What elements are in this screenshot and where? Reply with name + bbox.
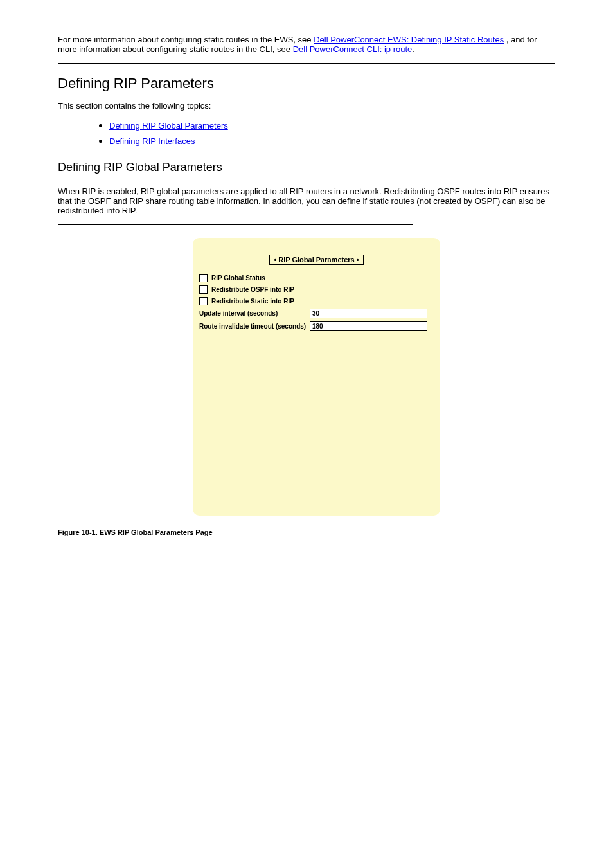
section-heading: Defining RIP Parameters [58, 75, 555, 92]
para1-end: . [412, 44, 414, 54]
row-update-interval: Update interval (seconds) 30 [199, 309, 434, 318]
figure-caption: Figure 10-1. EWS RIP Global Parameters P… [58, 529, 555, 536]
row-redistribute-ospf: Redistribute OSPF into RIP [199, 285, 434, 294]
subsection-divider [58, 177, 353, 177]
row-redistribute-static: Redistribute Static into RIP [199, 297, 434, 305]
row-rip-global-status: RIP Global Status [199, 274, 434, 282]
panel-title-box: • RIP Global Parameters • [199, 253, 434, 265]
rip-global-parameters-panel: • RIP Global Parameters • RIP Global Sta… [193, 238, 440, 516]
link-rip-global[interactable]: Defining RIP Global Parameters [109, 121, 228, 131]
subsection-heading: Defining RIP Global Parameters [58, 161, 555, 174]
topic-list: Defining RIP Global Parameters Defining … [58, 120, 555, 147]
link-cli-ip-route[interactable]: Dell PowerConnect CLI: ip route [293, 44, 413, 54]
section-intro: This section contains the following topi… [58, 101, 555, 111]
checkbox-redistribute-static[interactable] [199, 297, 208, 305]
para1-before: For more information about configuring s… [58, 35, 314, 44]
list-item: Defining RIP Interfaces [109, 135, 555, 147]
panel-title-text: • RIP Global Parameters • [269, 255, 363, 265]
label-update-interval: Update interval (seconds) [199, 310, 310, 317]
label-route-invalidate: Route invalidate timeout (seconds) [199, 323, 310, 330]
label-redistribute-static: Redistribute Static into RIP [211, 298, 322, 305]
figure-divider-top [58, 224, 413, 225]
row-route-invalidate: Route invalidate timeout (seconds) 180 [199, 321, 434, 331]
checkbox-redistribute-ospf[interactable] [199, 285, 208, 294]
link-rip-interfaces[interactable]: Defining RIP Interfaces [109, 136, 195, 146]
section-divider [58, 63, 555, 64]
list-item: Defining RIP Global Parameters [109, 120, 555, 131]
subsection-para: When RIP is enabled, RIP global paramete… [58, 186, 555, 215]
link-ews-static-routes[interactable]: Dell PowerConnect EWS: Defining IP Stati… [314, 35, 504, 44]
label-rip-status: RIP Global Status [211, 275, 322, 282]
label-redistribute-ospf: Redistribute OSPF into RIP [211, 286, 322, 293]
input-update-interval[interactable]: 30 [310, 309, 427, 318]
intro-paragraph: For more information about configuring s… [58, 35, 555, 54]
checkbox-rip-status[interactable] [199, 274, 208, 282]
input-route-invalidate[interactable]: 180 [310, 321, 427, 331]
